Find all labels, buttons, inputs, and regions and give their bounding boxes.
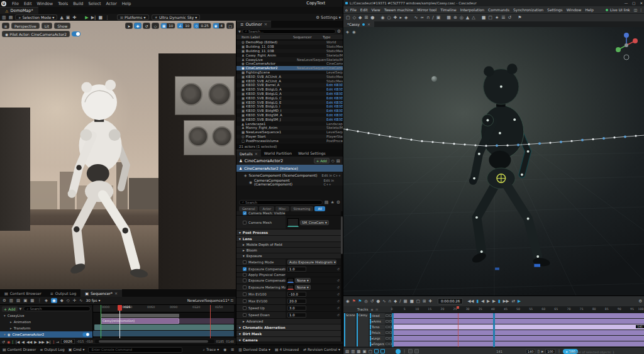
trajectory-point[interactable] xyxy=(485,145,487,147)
new-scene-icon[interactable]: ▤ xyxy=(345,349,349,354)
outliner-row[interactable]: ♟CassyLiveNewLevelSequence11SkeletalMe xyxy=(236,57,343,62)
save-button[interactable]: ▥ xyxy=(2,15,6,20)
casc-tool-icon-3[interactable]: ⊞ xyxy=(364,15,368,20)
enum-dropdown[interactable]: Auto Exposure Histogram▾ xyxy=(287,260,336,265)
casc-tool-icon-15[interactable]: ▦ xyxy=(447,15,451,20)
sequencer-toolbar-icon-8[interactable]: ◆ xyxy=(60,298,64,303)
sequencer-filter-icon[interactable]: ▼ xyxy=(19,307,22,311)
animation-clip[interactable]: Cassy(retlocomotion) xyxy=(101,318,179,324)
track-name-cell[interactable]: ▸Arms xyxy=(370,319,385,324)
track-name-cell[interactable]: ▸Fingers xyxy=(370,341,385,346)
row-type[interactable]: Edit KB3D... xyxy=(326,92,343,96)
track-keyframe-bar[interactable] xyxy=(392,313,644,318)
casc-tl-icon-10[interactable]: ▦ xyxy=(404,299,408,304)
trajectory-point[interactable] xyxy=(581,139,584,141)
status-icon-a[interactable]: ◉ xyxy=(223,348,226,351)
settings-dropdown[interactable]: ⚙ Settings ▾ xyxy=(316,14,341,21)
viewport-menu-button[interactable]: ≡ xyxy=(2,23,9,29)
property-checkbox[interactable] xyxy=(243,306,247,310)
outliner-row[interactable]: ▣KB3D_SVB_ACUnit_AStaticMesh xyxy=(236,79,343,83)
filter-chip-actor[interactable]: Actor xyxy=(259,206,274,211)
section-lens[interactable]: ▾Lens xyxy=(236,236,341,242)
sky-preset-dropdown[interactable]: ☀ Ultra Dynamic Sky ▾ xyxy=(152,14,201,20)
casc-menu-settings[interactable]: Settings xyxy=(545,8,565,12)
outliner-row[interactable]: ◎Player StartPlayerStart xyxy=(236,135,343,139)
trajectory-point[interactable] xyxy=(431,141,433,143)
outliner-row[interactable]: ▣Building_11_03BStaticMesh xyxy=(236,45,343,49)
copy-text-overlay[interactable]: CopyText xyxy=(306,1,325,6)
track-filter-toggle-a[interactable] xyxy=(374,349,379,353)
trajectory-point[interactable] xyxy=(549,141,551,143)
outliner-row[interactable]: ✦RectLightRectLight xyxy=(236,143,343,143)
casc-menu-tween-machine[interactable]: Tween machine xyxy=(382,8,415,12)
casc-tool-icon-13[interactable]: / xyxy=(432,15,433,20)
sequencer-toolbar-icon-4[interactable]: ▦ xyxy=(30,298,34,303)
casc-tool-icon-5[interactable]: ◉ xyxy=(380,15,384,20)
cmd-dropdown[interactable]: ▣Cmd▾ xyxy=(69,348,85,351)
casc-tool-icon-1[interactable]: ◇ xyxy=(353,15,356,20)
unsaved-button[interactable]: ▤4 Unsaved xyxy=(275,348,299,351)
subsection-mobile-depth-of-field[interactable]: ▸Mobile Depth of Field xyxy=(236,242,341,248)
trajectory-point[interactable] xyxy=(346,128,348,130)
sequencer-add-button[interactable]: + Add xyxy=(2,306,18,312)
interval-boundary[interactable] xyxy=(493,313,495,347)
sequencer-toolbar-icon-2[interactable]: ▤ xyxy=(16,298,20,303)
row-type[interactable]: Edit KB3D... xyxy=(326,118,343,121)
transport-icon-7[interactable]: ▶▶ xyxy=(39,340,45,344)
platforms-dropdown[interactable]: ⊞ Platforms ▾ xyxy=(117,14,148,20)
numeric-input[interactable]: 1.0 xyxy=(287,267,306,272)
blueprint-icon[interactable]: ◇ xyxy=(331,158,335,163)
camera-cut-toggle[interactable] xyxy=(82,333,89,336)
landscape-tool-icon[interactable]: ▲ xyxy=(60,15,63,20)
trajectory-point[interactable] xyxy=(357,130,358,132)
maximize-viewport-button[interactable]: ▢ xyxy=(226,23,234,29)
track-filter-toggle-b[interactable] xyxy=(380,349,385,353)
play-options-kebab[interactable]: ⋮ xyxy=(105,15,109,20)
row-type[interactable]: Edit KB3D... xyxy=(326,113,343,117)
casc-tl-icon-6[interactable]: ∿ xyxy=(382,299,386,304)
track-checkbox-a[interactable] xyxy=(386,343,389,346)
lock-icon[interactable]: ⚿ xyxy=(231,299,233,303)
trajectory-point[interactable] xyxy=(635,135,636,136)
property-checkbox[interactable] xyxy=(243,292,247,296)
sequencer-toolbar-icon-10[interactable]: ✛ xyxy=(73,298,76,303)
trajectory-point[interactable] xyxy=(538,142,541,145)
rotate-tool[interactable]: ↺ xyxy=(143,23,150,29)
selection-mode-dropdown[interactable]: ➤ Selection Mode ▾ xyxy=(15,14,57,20)
casc-tool-icon-14[interactable]: ▣ xyxy=(436,15,441,20)
sequencer-toolbar-icon-1[interactable]: ▥ xyxy=(9,298,13,303)
track-expand-icon[interactable]: ▸ xyxy=(10,326,12,330)
trajectory-point[interactable] xyxy=(421,140,423,142)
outliner-row[interactable]: ◉CineCameraActorCineCamer xyxy=(236,62,343,66)
home-icon[interactable]: ⌂ xyxy=(345,8,348,12)
maximize-button[interactable]: ▢ xyxy=(632,1,635,5)
property-checkbox[interactable] xyxy=(243,279,247,282)
casc-tool-icon-21[interactable]: □ xyxy=(488,15,492,20)
sequencer-tab[interactable]: ▣Sequencer* ✕ xyxy=(80,289,122,297)
numeric-input[interactable]: 1.0 xyxy=(287,313,306,318)
revision-control-dropdown[interactable]: ⇄Revision Control▾ xyxy=(303,348,340,351)
trajectory-point[interactable] xyxy=(367,132,369,134)
track-checkbox-a[interactable] xyxy=(386,337,389,340)
track-keyframe-bar[interactable] xyxy=(392,330,644,335)
timecode-display[interactable]: 0:00:00.26 xyxy=(438,298,463,304)
ue-menu-window[interactable]: Window xyxy=(34,1,55,6)
animation-clip-tail[interactable] xyxy=(179,318,234,324)
details-search-input[interactable]: ⌕ Search xyxy=(239,200,323,205)
casc-menu-commands[interactable]: Commands xyxy=(486,8,511,12)
document-tab[interactable]: *Cassy ✕ xyxy=(343,21,374,27)
playback-icon-7[interactable]: ⇄ xyxy=(512,299,515,304)
outliner-search-input[interactable]: ⌕ Search... xyxy=(242,29,336,34)
casc-tl-icon-5[interactable]: ● xyxy=(376,299,380,304)
asset-dropdown[interactable]: SM_CineCam▾ xyxy=(300,220,329,225)
transport-icon-1[interactable]: ◉ xyxy=(7,340,10,344)
outliner-row[interactable]: ◉CineCameraActor2NewLevelSequence11CineC… xyxy=(236,66,343,70)
camera-track-bar[interactable] xyxy=(93,331,234,336)
asset-thumbnail[interactable] xyxy=(287,218,299,227)
playback-icon-0[interactable]: ◀◀ xyxy=(467,299,474,304)
track-keyframe-bar[interactable] xyxy=(392,336,644,341)
open-scene-icon[interactable]: ▥ xyxy=(351,349,355,354)
casc-tool-icon-8[interactable]: ▸ xyxy=(399,15,402,20)
status-icon-b[interactable]: ⊞ xyxy=(231,348,234,351)
sequencer-toolbar-icon-6[interactable]: ◈ xyxy=(45,298,48,303)
